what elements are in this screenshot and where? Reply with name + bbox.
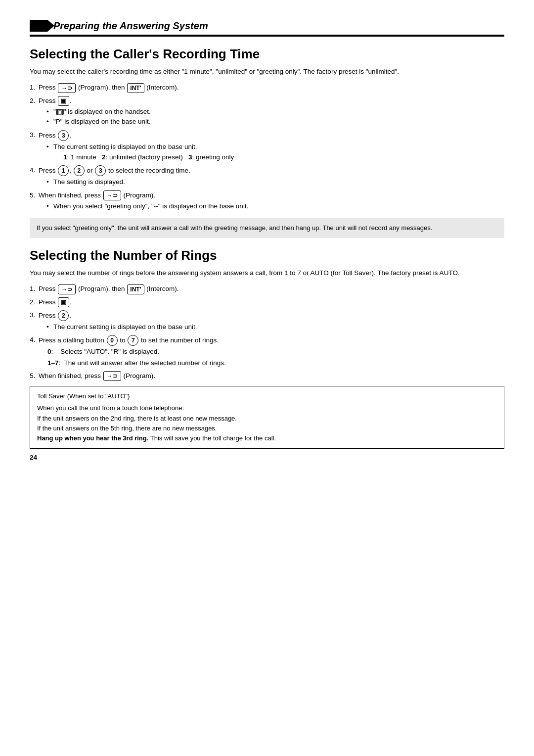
step2-bullet1: "▣" is displayed on the handset.	[46, 107, 504, 117]
section1-title: Selecting the Caller's Recording Time	[30, 47, 504, 62]
button-2: 2	[74, 165, 85, 176]
button-1: 1	[58, 165, 69, 176]
handset-button: ▣	[58, 96, 69, 106]
section2-title: Selecting the Number of Rings	[30, 248, 504, 263]
section2-intro: You may select the number of rings befor…	[30, 268, 504, 278]
step2-bullet2: "P" is displayed on the base unit.	[46, 117, 504, 127]
s2-program-button: →⊃	[58, 284, 76, 294]
info-box-text: If you select "greeting only", the unit …	[37, 224, 432, 232]
program-button-2: →⊃	[103, 190, 121, 200]
toll-saver-title: Toll Saver (When set to "AUTO")	[37, 391, 497, 401]
s2-handset-button: ▣	[58, 297, 69, 307]
step-5: 5. When finished, press →⊃ (Program). Wh…	[30, 190, 504, 212]
step5-bullets: When you select "greeting only", "--" is…	[39, 201, 504, 211]
s2-step3-bullet1: The current setting is displayed on the …	[46, 322, 504, 332]
toll-saver-box: Toll Saver (When set to "AUTO") When you…	[30, 386, 504, 449]
header-title: Preparing the Answering System	[53, 20, 208, 32]
s2-int-button: INT'	[127, 284, 144, 294]
step4-bullets: The setting is displayed.	[39, 177, 504, 187]
step3-sub: 1: 1 minute 2: unlimited (factory preset…	[53, 152, 504, 163]
section1-intro: You may select the caller's recording ti…	[30, 67, 504, 77]
s2-button-2: 2	[58, 310, 69, 321]
step3-bullets: The current setting is displayed on the …	[39, 142, 504, 163]
header-arrow-icon	[30, 20, 47, 32]
step2-bullets: "▣" is displayed on the handset. "P" is …	[39, 107, 504, 127]
s2-program-button-2: →⊃	[103, 371, 121, 381]
int-button: INT'	[127, 83, 144, 93]
step4-bullet1: The setting is displayed.	[46, 177, 504, 187]
step-3: 3. Press 3. The current setting is displ…	[30, 130, 504, 163]
s2-step3-bullets: The current setting is displayed on the …	[39, 322, 504, 332]
toll-saver-line1: When you call the unit from a touch tone…	[37, 403, 497, 413]
s2-button-7: 7	[128, 335, 138, 346]
s2-step-3: 3. Press 2. The current setting is displ…	[30, 310, 504, 332]
s2-step-5: 5. When finished, press →⊃ (Program).	[30, 371, 504, 381]
page-number: 24	[30, 454, 504, 461]
s2-step-1: 1. Press →⊃ (Program), then INT' (Interc…	[30, 284, 504, 294]
toll-saver-line4: Hang up when you hear the 3rd ring. This…	[37, 433, 497, 443]
step3-bullet1: The current setting is displayed on the …	[46, 142, 504, 163]
s2-step-2: 2. Press ▣.	[30, 297, 504, 307]
toll-saver-line2: If the unit answers on the 2nd ring, the…	[37, 414, 497, 424]
button-3b: 3	[95, 165, 106, 176]
step5-bullet1: When you select "greeting only", "--" is…	[46, 201, 504, 211]
s2-step-4: 4. Press a dialling button 0 to 7 to set…	[30, 335, 504, 368]
s2-step4-sub1: 0: Selects "AUTO". "R" is displayed.	[39, 347, 504, 357]
s2-button-0: 0	[107, 335, 118, 346]
step-2: 2. Press ▣. "▣" is displayed on the hand…	[30, 96, 504, 127]
button-3: 3	[58, 130, 69, 141]
section-header: Preparing the Answering System	[30, 20, 504, 37]
info-box: If you select "greeting only", the unit …	[30, 218, 504, 238]
program-button: →⊃	[58, 83, 76, 93]
step-4: 4. Press 1, 2 or 3 to select the recordi…	[30, 165, 504, 187]
step-1: 1. Press →⊃ (Program), then INT' (Interc…	[30, 83, 504, 93]
toll-saver-line3: If the unit answers on the 5th ring, the…	[37, 424, 497, 433]
s2-step4-sub2: 1–7: The unit will answer after the sele…	[39, 358, 504, 368]
